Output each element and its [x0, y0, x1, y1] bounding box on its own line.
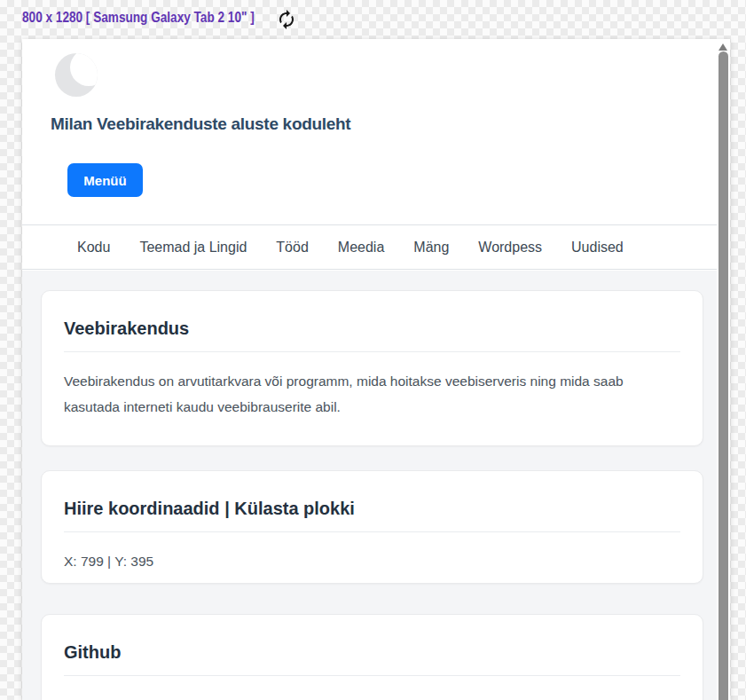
content-area: Veebirakendus Veebirakendus on arvutitar…: [22, 271, 730, 700]
nav-item-teemad-ja-lingid[interactable]: Teemad ja Lingid: [139, 240, 247, 256]
rdm-toolbar: 800 x 1280 [ Samsung Galaxy Tab 2 10" ]: [0, 0, 746, 39]
nav-item-meedia[interactable]: Meedia: [338, 240, 384, 256]
scrollbar-track[interactable]: [717, 39, 730, 700]
main-nav: Kodu Teemad ja Lingid Tööd Meedia Mäng W…: [22, 224, 730, 270]
card-mouse-coordinates: Hiire koordinaadid | Külasta plokki X: 7…: [41, 470, 703, 584]
device-viewport: Milan Veebirakenduste aluste koduleht Me…: [22, 39, 730, 700]
rotate-device-icon: [276, 9, 297, 30]
card-divider: [64, 675, 680, 676]
card-veebirakendus: Veebirakendus Veebirakendus on arvutitar…: [41, 290, 703, 446]
card-body-text: Veebirakendus on arvutitarkvara või prog…: [64, 368, 649, 420]
card-title: Github: [64, 641, 680, 663]
card-title: Hiire koordinaadid | Külasta plokki: [64, 498, 680, 519]
moon-icon[interactable]: [55, 53, 98, 97]
nav-item-uudised[interactable]: Uudised: [571, 240, 624, 256]
device-selector[interactable]: 800 x 1280 [ Samsung Galaxy Tab 2 10" ]: [22, 9, 255, 27]
nav-item-tood[interactable]: Tööd: [276, 240, 308, 256]
page-title: Milan Veebirakenduste aluste koduleht: [51, 114, 350, 134]
card-divider: [64, 351, 680, 352]
card-github: Github: [41, 614, 703, 700]
nav-item-mang[interactable]: Mäng: [413, 240, 449, 256]
scrollbar-thumb[interactable]: [719, 51, 728, 700]
card-divider: [64, 531, 680, 532]
nav-item-wordpess[interactable]: Wordpess: [478, 240, 542, 256]
rotate-device-button[interactable]: [276, 9, 297, 30]
coordinates-value: X: 799 | Y: 395: [64, 548, 649, 574]
scrollbar-up-arrow-icon[interactable]: [719, 43, 727, 51]
responsive-design-mode-stage: 800 x 1280 [ Samsung Galaxy Tab 2 10" ] …: [0, 0, 746, 700]
page-header: Milan Veebirakenduste aluste koduleht Me…: [22, 39, 730, 224]
card-title: Veebirakendus: [64, 318, 680, 339]
menu-button[interactable]: Menüü: [67, 163, 143, 197]
nav-item-kodu[interactable]: Kodu: [77, 240, 110, 256]
